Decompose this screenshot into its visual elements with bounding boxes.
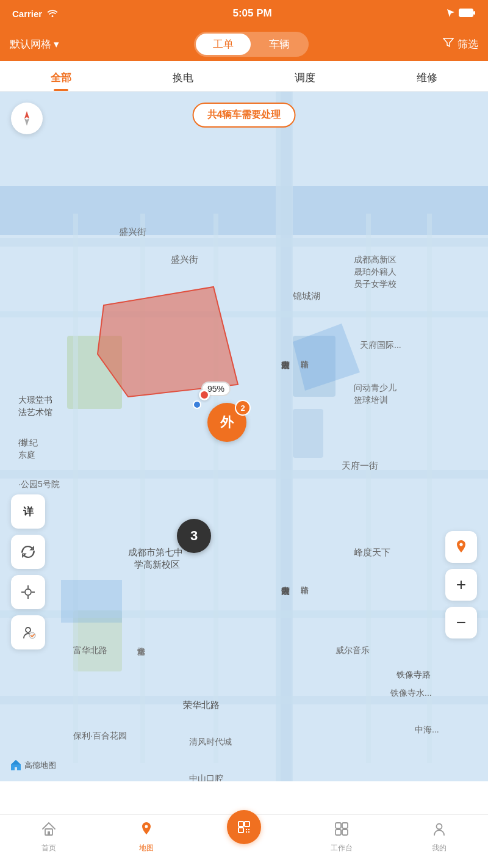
location-arrow-icon bbox=[447, 9, 455, 19]
svg-text:学高新校区: 学高新校区 bbox=[134, 559, 180, 570]
svg-text:威尔音乐: 威尔音乐 bbox=[336, 645, 370, 655]
svg-text:峰度天下: 峰度天下 bbox=[354, 547, 390, 557]
grid-selector[interactable]: 默认网格 ▾ bbox=[10, 37, 59, 51]
svg-rect-19 bbox=[366, 214, 371, 763]
tab-all[interactable]: 全部 bbox=[0, 71, 122, 91]
home-icon bbox=[41, 821, 57, 841]
svg-text:保利·百合花园: 保利·百合花园 bbox=[73, 731, 127, 740]
chevron-down-icon: ▾ bbox=[54, 38, 59, 51]
detail-button[interactable]: 详 bbox=[11, 494, 45, 529]
map-icon bbox=[138, 821, 154, 841]
zoom-out-button[interactable]: − bbox=[445, 607, 477, 638]
nav-scan-label bbox=[243, 847, 245, 855]
svg-text:铁像寺水...: 铁像寺水... bbox=[390, 688, 432, 698]
svg-text:东庭: 东庭 bbox=[18, 450, 35, 460]
svg-point-58 bbox=[25, 589, 31, 595]
header: 默认网格 ▾ 工单 车辆 筛选 bbox=[0, 27, 488, 61]
svg-rect-74 bbox=[248, 831, 249, 833]
grid-label: 默认网格 bbox=[10, 37, 51, 51]
nav-home-label: 首页 bbox=[41, 843, 56, 853]
svg-rect-78 bbox=[342, 830, 348, 835]
pin-location-button[interactable] bbox=[445, 531, 477, 563]
svg-text:天府国际...: 天府国际... bbox=[360, 340, 401, 350]
svg-rect-9 bbox=[293, 409, 323, 458]
svg-point-79 bbox=[437, 824, 442, 830]
svg-text:晟珀外籍人: 晟珀外籍人 bbox=[354, 267, 396, 277]
tab-dispatch[interactable]: 调度 bbox=[244, 71, 366, 91]
battery-icon bbox=[459, 9, 476, 19]
svg-text:荣华北路: 荣华北路 bbox=[183, 700, 220, 710]
svg-rect-10 bbox=[276, 92, 293, 781]
nav-scan[interactable] bbox=[195, 821, 293, 855]
svg-marker-24 bbox=[61, 580, 122, 623]
svg-point-64 bbox=[29, 632, 35, 638]
svg-text:中山口腔: 中山口腔 bbox=[189, 773, 223, 781]
toggle-workorder[interactable]: 工单 bbox=[196, 34, 251, 55]
vehicle-marker-blue[interactable] bbox=[193, 400, 201, 409]
svg-rect-75 bbox=[336, 823, 341, 828]
svg-text:清风时代城: 清风时代城 bbox=[189, 737, 232, 747]
marker-cluster-3[interactable]: 3 bbox=[177, 519, 211, 553]
nav-map-label: 地图 bbox=[139, 843, 154, 853]
left-controls: 详 bbox=[11, 494, 45, 649]
svg-text:大璟堂书: 大璟堂书 bbox=[18, 395, 52, 405]
people-view-button[interactable] bbox=[11, 615, 45, 649]
svg-text:篮球培训: 篮球培训 bbox=[354, 395, 388, 405]
status-left: Carrier bbox=[12, 9, 58, 19]
svg-point-65 bbox=[460, 543, 463, 546]
svg-text:成都高新区: 成都高新区 bbox=[354, 255, 396, 264]
svg-text:天府一街: 天府一街 bbox=[342, 460, 378, 471]
wifi-icon bbox=[47, 9, 58, 19]
filter-label: 筛选 bbox=[458, 37, 478, 51]
vehicle-marker-red[interactable] bbox=[199, 389, 210, 400]
tab-bar: 全部 换电 调度 维修 bbox=[0, 61, 488, 92]
zoom-in-button[interactable]: + bbox=[445, 569, 477, 601]
svg-text:法艺术馆: 法艺术馆 bbox=[18, 407, 52, 417]
svg-rect-69 bbox=[245, 822, 249, 826]
svg-text:锦城湖: 锦城湖 bbox=[292, 291, 320, 301]
compass[interactable] bbox=[11, 103, 43, 134]
refresh-button[interactable] bbox=[11, 535, 45, 569]
svg-text:盛兴街: 盛兴街 bbox=[171, 254, 198, 264]
nav-mine[interactable]: 我的 bbox=[390, 821, 488, 853]
bottom-nav: 首页 地图 bbox=[0, 814, 488, 868]
svg-rect-1 bbox=[473, 11, 475, 15]
carrier-label: Carrier bbox=[12, 9, 42, 19]
workbench-icon bbox=[334, 821, 350, 841]
svg-text:·公园5号院: ·公园5号院 bbox=[18, 479, 60, 489]
mine-icon bbox=[431, 821, 447, 841]
work-type-toggle[interactable]: 工单 车辆 bbox=[194, 32, 309, 57]
svg-rect-76 bbox=[342, 823, 348, 828]
toggle-vehicle[interactable]: 车辆 bbox=[252, 34, 307, 55]
svg-rect-72 bbox=[248, 829, 249, 830]
right-controls: + − bbox=[445, 531, 477, 638]
status-right bbox=[447, 9, 476, 19]
nav-mine-label: 我的 bbox=[432, 843, 447, 853]
nav-workbench[interactable]: 工作台 bbox=[293, 821, 390, 853]
filter-button[interactable]: 筛选 bbox=[443, 37, 478, 51]
svg-text:问动青少儿: 问动青少儿 bbox=[354, 383, 396, 392]
gaode-label: 高德地图 bbox=[24, 760, 56, 771]
svg-marker-22 bbox=[98, 287, 238, 397]
svg-rect-16 bbox=[73, 214, 78, 763]
svg-text:成都市第七中: 成都市第七中 bbox=[128, 547, 183, 557]
tab-swap[interactable]: 换电 bbox=[122, 71, 244, 91]
nav-home[interactable]: 首页 bbox=[0, 821, 98, 853]
marker-wai-count: 2 bbox=[235, 400, 251, 416]
tab-repair[interactable]: 维修 bbox=[366, 71, 488, 91]
alert-badge: 共4辆车需要处理 bbox=[193, 103, 296, 128]
locate-button[interactable] bbox=[11, 575, 45, 609]
svg-text:员子女学校: 员子女学校 bbox=[354, 279, 396, 289]
svg-point-63 bbox=[26, 627, 30, 632]
scan-button[interactable] bbox=[227, 810, 261, 844]
svg-rect-17 bbox=[140, 214, 145, 763]
svg-text:·世纪: ·世纪 bbox=[18, 438, 38, 447]
nav-map[interactable]: 地图 bbox=[98, 821, 195, 853]
map-container[interactable]: 盛兴街 盛兴街 街 锦城湖 剑南大道中段 辅路 剑南大道中段 辅路 天府一街 ·… bbox=[0, 92, 488, 781]
svg-rect-77 bbox=[336, 830, 341, 835]
status-time: 5:05 PM bbox=[232, 7, 271, 20]
svg-rect-20 bbox=[427, 214, 432, 763]
svg-rect-0 bbox=[459, 9, 473, 16]
status-bar: Carrier 5:05 PM bbox=[0, 0, 488, 27]
svg-rect-73 bbox=[246, 831, 247, 833]
